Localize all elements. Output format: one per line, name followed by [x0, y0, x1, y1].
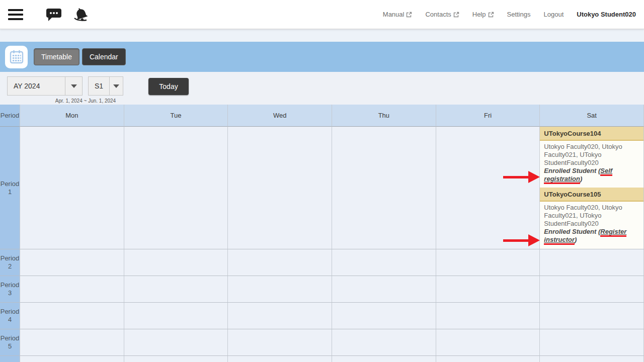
notification-bell-icon[interactable]: [71, 6, 90, 23]
day-header-tue: Tue: [124, 105, 228, 127]
day-header-fri: Fri: [436, 105, 540, 127]
academic-year-value: AY 2024: [8, 77, 65, 95]
timetable-tab-button[interactable]: Timetable: [34, 48, 79, 65]
menu-hamburger-icon[interactable]: [8, 9, 23, 20]
cell-thu-p5: [332, 329, 436, 356]
logged-in-username: Utokyo Student020: [577, 11, 636, 18]
period-2-label: Period 2: [0, 249, 20, 276]
cell-thu-p3: [332, 276, 436, 303]
header-spacer-strip: [0, 29, 644, 42]
today-button[interactable]: Today: [148, 78, 189, 95]
cell-mon-p5: [20, 329, 124, 356]
enrollment-prefix: Enrolled Student (: [544, 167, 600, 174]
cell-fri-p2: [436, 249, 540, 276]
enrollment-suffix: ): [575, 236, 577, 243]
cell-fri-p4: [436, 303, 540, 329]
day-header-wed: Wed: [228, 105, 332, 127]
cell-fri-p6: [436, 356, 540, 362]
course-card-utokyocourse105[interactable]: UTokyoCourse105 Utokyo Faculty020, Utoky…: [540, 188, 643, 249]
day-header-sat: Sat: [540, 105, 644, 127]
enrollment-suffix: ): [580, 175, 582, 183]
term-select[interactable]: S1: [88, 76, 123, 96]
top-navigation: Manual Contacts Help Settings Logout: [383, 11, 636, 18]
nav-settings-label: Settings: [507, 11, 531, 18]
chevron-down-icon: [65, 77, 82, 95]
cell-wed-p6: [228, 356, 332, 362]
period-6-row-partial: [0, 356, 644, 362]
cell-thu-p1: [332, 127, 436, 249]
cell-wed-p5: [228, 329, 332, 356]
enrollment-prefix: Enrolled Student (: [544, 228, 600, 235]
course-title[interactable]: UTokyoCourse105: [540, 188, 643, 202]
cell-sat-p1: UTokyoCourse104 Utokyo Faculty020, Utoky…: [540, 127, 644, 249]
period-2-row: Period 2: [0, 249, 644, 276]
cell-fri-p1: [436, 127, 540, 249]
nav-manual[interactable]: Manual: [383, 11, 413, 18]
weekday-header-row: Period Mon Tue Wed Thu Fri Sat: [0, 105, 644, 127]
course-card-utokyocourse104[interactable]: UTokyoCourse104 Utokyo Faculty020, Utoky…: [540, 127, 643, 188]
nav-contacts[interactable]: Contacts: [425, 11, 459, 18]
cell-mon-p3: [20, 276, 124, 303]
cell-sat-p6: [540, 356, 644, 362]
course-details: Utokyo Faculty020, Utokyo Faculty021, UT…: [540, 141, 643, 188]
period-5-row: Period 5: [0, 329, 644, 356]
external-link-icon: [406, 12, 412, 18]
external-link-icon: [453, 12, 459, 18]
cell-mon-p6: [20, 356, 124, 362]
cell-sat-p2: [540, 249, 644, 276]
cell-thu-p4: [332, 303, 436, 329]
nav-help-label: Help: [472, 11, 486, 18]
chat-icon[interactable]: [44, 7, 62, 23]
cell-tue-p5: [124, 329, 228, 356]
nav-manual-label: Manual: [383, 11, 405, 18]
period-5-label: Period 5: [0, 329, 20, 356]
day-header-thu: Thu: [332, 105, 436, 127]
cell-tue-p6: [124, 356, 228, 362]
enrollment-status: Enrolled Student (Register instructor): [544, 228, 639, 244]
cell-thu-p2: [332, 249, 436, 276]
term-value: S1: [89, 77, 109, 95]
period-4-row: Period 4: [0, 303, 644, 329]
cell-wed-p2: [228, 249, 332, 276]
cell-tue-p2: [124, 249, 228, 276]
top-bar: Manual Contacts Help Settings Logout: [0, 0, 644, 29]
view-mode-band: Timetable Calendar: [0, 42, 644, 72]
period-column-header: Period: [0, 105, 20, 127]
chevron-down-icon: [109, 77, 123, 95]
nav-logout-label: Logout: [543, 11, 564, 18]
nav-settings[interactable]: Settings: [507, 11, 531, 18]
filter-bar: AY 2024 S1 Apr. 1, 2024 ~ Jun. 1, 2024 T…: [0, 72, 644, 105]
period-6-label-partial: [0, 356, 20, 362]
cell-wed-p1: [228, 127, 332, 249]
term-date-range: Apr. 1, 2024 ~ Jun. 1, 2024: [30, 98, 141, 104]
nav-help[interactable]: Help: [472, 11, 494, 18]
course-details: Utokyo Faculty020, Utokyo Faculty021, UT…: [540, 202, 643, 249]
cell-mon-p4: [20, 303, 124, 329]
period-1-row: Period 1 UTokyoCourse104 Utokyo Faculty0…: [0, 127, 644, 249]
cell-tue-p1: [124, 127, 228, 249]
cell-wed-p3: [228, 276, 332, 303]
calendar-icon: [9, 49, 24, 64]
nav-contacts-label: Contacts: [425, 11, 451, 18]
cell-thu-p6: [332, 356, 436, 362]
calendar-tab-button[interactable]: Calendar: [82, 48, 126, 65]
course-instructors: Utokyo Faculty020, Utokyo Faculty021, UT…: [544, 143, 622, 166]
period-1-label: Period 1: [0, 127, 20, 249]
academic-year-select[interactable]: AY 2024: [7, 76, 83, 96]
period-3-label: Period 3: [0, 276, 20, 303]
cell-fri-p5: [436, 329, 540, 356]
nav-logout[interactable]: Logout: [543, 11, 564, 18]
cell-mon-p2: [20, 249, 124, 276]
cell-tue-p3: [124, 276, 228, 303]
cell-mon-p1: [20, 127, 124, 249]
period-4-label: Period 4: [0, 303, 20, 329]
cell-tue-p4: [124, 303, 228, 329]
cell-sat-p5: [540, 329, 644, 356]
period-3-row: Period 3: [0, 276, 644, 303]
cell-sat-p4: [540, 303, 644, 329]
course-title[interactable]: UTokyoCourse104: [540, 127, 643, 141]
enrollment-status: Enrolled Student (Self registration): [544, 167, 639, 183]
external-link-icon: [488, 12, 494, 18]
day-header-mon: Mon: [20, 105, 124, 127]
cell-sat-p3: [540, 276, 644, 303]
